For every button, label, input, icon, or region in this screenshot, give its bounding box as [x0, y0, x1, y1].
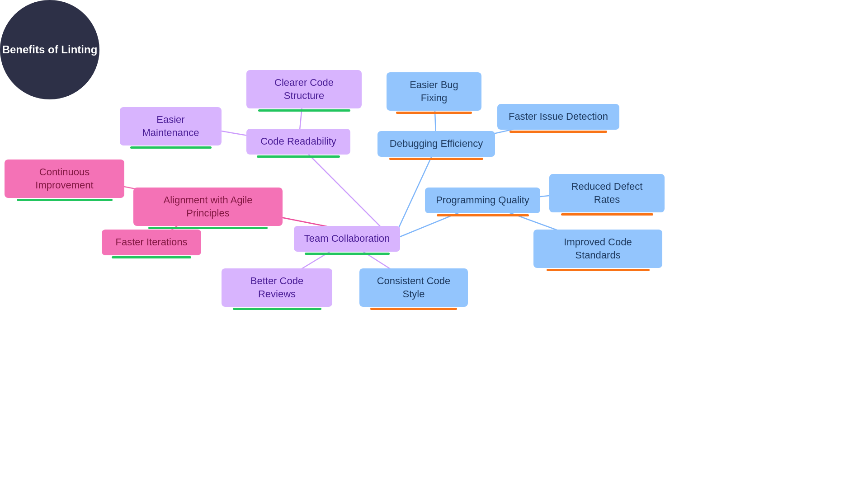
node-label-improved-code-standards: Improved Code Standards [533, 230, 662, 268]
node-debugging-efficiency: Debugging Efficiency [377, 131, 495, 160]
node-label-alignment-agile: Alignment with Agile Principles [133, 188, 283, 226]
node-reduced-defect-rates: Reduced Defect Rates [549, 174, 665, 216]
node-improved-code-standards: Improved Code Standards [533, 230, 662, 271]
node-label-faster-iterations: Faster Iterations [102, 230, 201, 255]
node-label-programming-quality: Programming Quality [425, 188, 540, 213]
node-better-code-reviews: Better Code Reviews [222, 268, 332, 310]
node-underline-team-collaboration [305, 253, 390, 255]
node-underline-improved-code-standards [547, 269, 650, 271]
node-easier-bug-fixing: Easier Bug Fixing [387, 72, 481, 114]
node-underline-code-readability [257, 155, 340, 158]
node-underline-programming-quality [437, 214, 529, 216]
node-label-continuous-improvement: Continuous Improvement [5, 160, 124, 198]
node-code-readability: Code Readability [246, 129, 350, 158]
node-label-team-collaboration: Team Collaboration [294, 226, 400, 252]
node-faster-iterations: Faster Iterations [102, 230, 201, 258]
node-underline-alignment-agile [148, 227, 268, 229]
node-label-easier-maintenance: Easier Maintenance [120, 107, 222, 145]
node-underline-faster-iterations [112, 256, 191, 258]
node-label-clearer-code-structure: Clearer Code Structure [246, 70, 362, 108]
node-label-better-code-reviews: Better Code Reviews [222, 268, 332, 307]
node-label-faster-issue-detection: Faster Issue Detection [497, 104, 619, 130]
node-alignment-agile: Alignment with Agile Principles [133, 188, 283, 229]
node-underline-faster-issue-detection [509, 131, 607, 133]
node-team-collaboration: Team Collaboration [294, 226, 400, 255]
node-label-code-readability: Code Readability [246, 129, 350, 155]
node-clearer-code-structure: Clearer Code Structure [246, 70, 362, 112]
node-consistent-code-style: Consistent Code Style [359, 268, 468, 310]
node-programming-quality: Programming Quality [425, 188, 540, 216]
node-continuous-improvement: Continuous Improvement [5, 160, 124, 201]
mind-map: Benefits of LintingCode ReadabilityClear… [0, 0, 868, 488]
node-easier-maintenance: Easier Maintenance [120, 107, 222, 149]
node-underline-easier-bug-fixing [396, 112, 472, 114]
node-label-debugging-efficiency: Debugging Efficiency [377, 131, 495, 157]
node-underline-continuous-improvement [17, 199, 113, 201]
node-underline-reduced-defect-rates [561, 213, 653, 216]
center-node: Benefits of Linting [0, 0, 99, 99]
node-label-easier-bug-fixing: Easier Bug Fixing [387, 72, 481, 111]
node-underline-consistent-code-style [370, 308, 457, 310]
node-faster-issue-detection: Faster Issue Detection [497, 104, 619, 133]
node-underline-easier-maintenance [130, 146, 212, 149]
node-underline-better-code-reviews [233, 308, 321, 310]
node-label-reduced-defect-rates: Reduced Defect Rates [549, 174, 665, 212]
node-label-consistent-code-style: Consistent Code Style [359, 268, 468, 307]
node-underline-clearer-code-structure [258, 109, 350, 112]
node-underline-debugging-efficiency [389, 158, 483, 160]
